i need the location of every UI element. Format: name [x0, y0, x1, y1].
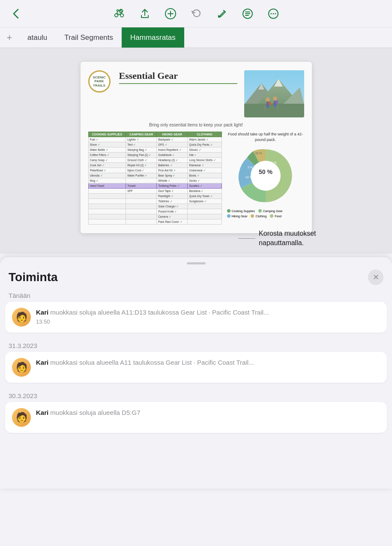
annotation-line [238, 238, 255, 239]
card-title-block: Essential Gear [119, 70, 237, 87]
activity-item-2[interactable]: 🧑 Kari muokkasi solua alueella A11 taulu… [5, 352, 387, 383]
svg-point-18 [275, 13, 276, 14]
legend-label-clothing: Clothing [255, 215, 266, 218]
activity-description-3: Kari muokkasi soluja alueella D5:G7 [36, 408, 380, 417]
activity-text-1: Kari muokkasi soluja alueella A11:D13 ta… [36, 308, 380, 325]
avatar-3: 🧑 [12, 408, 31, 427]
card-body: COOKING SUPPLIES CAMPING GEAR HIKING GEA… [88, 132, 304, 225]
table-row: Pack Rain Cover ✓ [88, 219, 221, 225]
svg-point-16 [270, 13, 272, 14]
pie-label-hiking: 10 % [245, 176, 252, 179]
table-row: Coffee Filters ✓Sleeping Pad (2) ✓Guideb… [88, 153, 221, 158]
more-button[interactable] [266, 6, 281, 21]
col-hiking: HIKING GEAR [157, 132, 188, 137]
card-title: Essential Gear [119, 70, 237, 81]
back-button[interactable] [9, 6, 24, 21]
table-row: Cook Set ✓Repair Kit (2) ✓Batteries ✓Rai… [88, 163, 221, 168]
activity-detail-3: muokkasi soluja alueella D5:G7 [50, 409, 140, 416]
share-button[interactable] [137, 6, 153, 21]
legend-clothing: Clothing [251, 214, 266, 218]
main-wrapper: SCENICPARKTRAILS Essential Gear [81, 62, 312, 233]
table-row: Water Bottle ✓Sleeping Bag ✓Insect Repel… [88, 147, 221, 153]
toolbar-center [111, 6, 281, 21]
tab-trail-segments[interactable]: Trail Segments [56, 27, 122, 48]
col-cooking: COOKING SUPPLIES [88, 132, 126, 137]
table-row: SPFDuct Tape ✓Bandana ✓ [88, 189, 221, 194]
add-button[interactable] [163, 6, 178, 21]
legend-label-cooking: Cooking Supplies [232, 210, 255, 213]
logo-circle: SCENICPARKTRAILS [88, 70, 111, 93]
annotate-button[interactable] [214, 6, 230, 21]
mini-table-wrap: COOKING SUPPLIES CAMPING GEAR HIKING GEA… [88, 132, 222, 225]
table-row: Utensils ✓Water Purifier ✓Bear Spray ✓Bo… [88, 173, 221, 178]
tabs-bar: + ataulu Trail Segments Hammasratas [0, 27, 392, 48]
card-logo: SCENICPARKTRAILS [88, 70, 111, 93]
activity-text-3: Kari muokkasi soluja alueella D5:G7 [36, 408, 380, 417]
legend-dot-clothing [251, 214, 254, 218]
food-text: Food should take up half the weight of a… [227, 132, 304, 142]
legend-hiking: Hiking Gear [227, 214, 248, 218]
table-row: Stove ✓Tent ✓GPS ✓Quick-Dry Pants ✓ [88, 142, 221, 147]
activity-description-2: Kari muokkasi solua alueella A11 tauluko… [36, 358, 380, 367]
tab-ataulu[interactable]: ataulu [19, 27, 56, 48]
table-row: Plate/Bowl ✓Nylon Cord ✓First-Aid Kit ✓U… [88, 168, 221, 173]
legend-food: Food [270, 214, 281, 218]
activity-panel: Toiminta ✕ Tänään 🧑 Kari muokkasi soluja… [0, 257, 392, 489]
collaborate-button[interactable] [111, 6, 127, 21]
svg-rect-34 [269, 102, 271, 105]
panel-title: Toiminta [9, 270, 58, 284]
activity-detail-2: muokkasi solua alueella A11 taulukossa G… [50, 359, 254, 366]
tab-add-button[interactable]: + [0, 27, 19, 48]
col-camping: CAMPING GEAR [126, 132, 157, 137]
card-image [244, 70, 304, 117]
legend-dot-food [270, 214, 273, 218]
spreadsheet-card: SCENICPARKTRAILS Essential Gear [81, 62, 312, 233]
main-content: SCENICPARKTRAILS Essential Gear [0, 48, 392, 254]
activity-description-1: Kari muokkasi soluja alueella A11:D13 ta… [36, 308, 380, 317]
legend-label-camping: Camping Gear [263, 210, 283, 213]
close-icon: ✕ [373, 273, 379, 282]
pie-center-label: 50 % [259, 168, 272, 175]
annotation-text: Korosta muutoksetnapauttamalla. [259, 229, 316, 248]
undo-button[interactable] [189, 6, 204, 21]
card-right: Food should take up half the weight of a… [227, 132, 304, 218]
svg-point-26 [266, 97, 270, 102]
gear-table: COOKING SUPPLIES CAMPING GEAR HIKING GEA… [88, 132, 222, 225]
legend-label-food: Food [275, 215, 281, 218]
section-date1: 31.3.2023 [0, 337, 392, 352]
col-clothing: CLOTHING [188, 132, 221, 137]
toolbar-left [9, 6, 24, 21]
annotation-callout: Korosta muutoksetnapauttamalla. [238, 229, 316, 248]
activity-user-2: Kari [36, 359, 48, 366]
legend-dot-cooking [227, 209, 230, 213]
pie-svg: 50 % 19 % 10 % 5 % 16 % [236, 146, 296, 206]
panel-close-button[interactable]: ✕ [368, 270, 383, 285]
activity-item-1[interactable]: 🧑 Kari muokkasi soluja alueella A11:D13 … [5, 302, 387, 333]
card-subtitle: Bring only essential items to keep your … [88, 123, 304, 127]
format-button[interactable] [240, 6, 255, 21]
activity-user-1: Kari [36, 309, 48, 316]
svg-rect-35 [276, 100, 278, 104]
pie-legend: Cooking Supplies Camping Gear Hiking Gea… [227, 209, 304, 218]
pie-hole [251, 161, 281, 191]
svg-point-17 [272, 13, 274, 14]
toolbar [0, 0, 392, 27]
activity-text-2: Kari muokkasi solua alueella A11 tauluko… [36, 358, 380, 367]
avatar-2: 🧑 [12, 358, 31, 377]
table-row: Camp Soap ✓Ground Cloth ✓Headlamp (2) ✓L… [88, 158, 221, 163]
avatar-1: 🧑 [12, 308, 31, 327]
table-row: Camera ✓ [88, 214, 221, 219]
card-divider-line [119, 83, 237, 84]
section-today: Tänään [0, 287, 392, 302]
tab-hammasratas[interactable]: Hammasratas [122, 27, 184, 48]
legend-dot-camping [258, 209, 262, 213]
activity-item-3[interactable]: 🧑 Kari muokkasi soluja alueella D5:G7 [5, 402, 387, 433]
section-date2: 30.3.2023 [0, 387, 392, 402]
activity-time-1: 13.50 [36, 318, 380, 325]
legend-label-hiking: Hiking Gear [232, 215, 248, 218]
legend-dot-hiking [227, 214, 230, 218]
panel-handle-bar [187, 262, 206, 264]
svg-point-30 [273, 96, 277, 101]
pie-label-cooking: 5 % [248, 166, 252, 169]
card-top: SCENICPARKTRAILS Essential Gear [88, 70, 304, 117]
